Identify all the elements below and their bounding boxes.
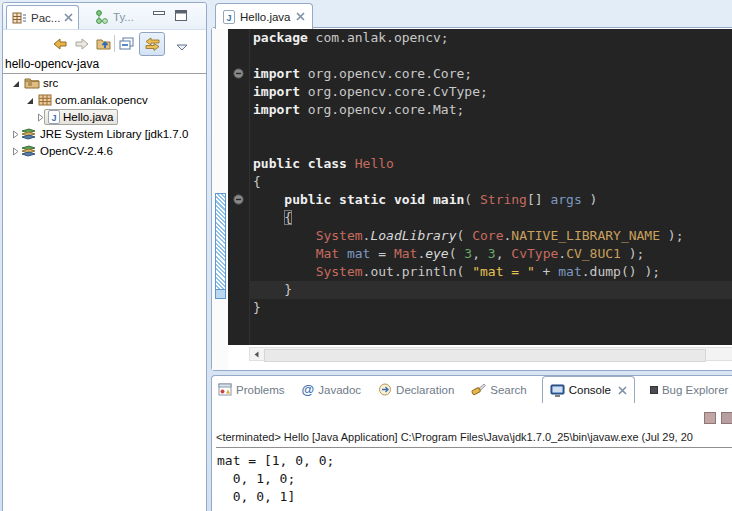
code-token: Hello (355, 156, 394, 171)
code-editor[interactable]: package com.anlak.opencv;import org.open… (228, 29, 732, 345)
tab-label: Javadoc (318, 384, 361, 396)
code-token: public static void main (284, 192, 464, 207)
svg-text:J: J (226, 12, 231, 22)
bug-square-icon (650, 386, 658, 394)
code-token (253, 192, 284, 207)
tab-type-hierarchy[interactable]: Ty... (95, 7, 134, 27)
code-line (253, 119, 732, 137)
scrollbar-thumb[interactable] (264, 349, 706, 362)
tree-item-hello.java[interactable]: JHello.java (3, 109, 206, 126)
horizontal-scrollbar[interactable] (249, 347, 732, 361)
annotation-gutter[interactable] (228, 29, 250, 345)
code-line: } (253, 299, 732, 317)
tree-item-com.anlak.opencv[interactable]: com.anlak.opencv (3, 92, 206, 109)
tree-item-inner[interactable]: src (21, 75, 61, 90)
tree-item-label: OpenCV-2.4.6 (40, 145, 113, 157)
tab-declaration[interactable]: Declaration (376, 377, 456, 403)
declaration-icon (378, 383, 392, 396)
tree-item-jre[interactable]: JRE System Library [jdk1.7.0 (3, 126, 206, 143)
code-token: + (535, 264, 558, 279)
code-line: System.out.println( "mat = " + mat.dump(… (253, 263, 732, 281)
code-token: import (253, 84, 300, 99)
code-line (253, 137, 732, 155)
code-token: , (496, 246, 512, 261)
link-with-editor-icon (144, 37, 161, 51)
tree-item-label: com.anlak.opencv (55, 94, 148, 106)
code-token: ( (457, 228, 473, 243)
fold-collapse-icon[interactable] (233, 68, 244, 79)
explorer-toolbar (3, 30, 206, 56)
editor-panel: package com.anlak.opencv;import org.open… (211, 27, 732, 371)
tab-label: Problems (236, 384, 285, 396)
maximize-button[interactable] (175, 10, 187, 21)
code-token: import (253, 102, 300, 117)
up-button[interactable] (95, 36, 112, 51)
tab-bug-explorer[interactable]: Bug Explorer (648, 377, 730, 403)
tab-problems[interactable]: Problems (216, 377, 287, 403)
tab-search[interactable]: Search (469, 377, 528, 403)
collapse-arrow-icon[interactable] (25, 96, 34, 105)
minimize-button[interactable] (153, 10, 165, 21)
tree-item-opencv-2.4.6[interactable]: OpenCV-2.4.6 (3, 143, 206, 160)
java-file-icon: J (48, 110, 60, 124)
toolbar-separator (114, 35, 115, 52)
code-token: .out.println( (363, 264, 473, 279)
search-icon (471, 383, 486, 397)
close-icon[interactable] (64, 13, 73, 22)
tree-item-inner[interactable]: JHello.java (44, 109, 118, 125)
console-toolbar-button[interactable] (704, 412, 716, 424)
fold-collapse-icon[interactable] (233, 194, 244, 205)
project-label[interactable]: hello-opencv-java (3, 57, 206, 73)
scroll-left-icon[interactable] (252, 350, 261, 359)
left-tabbar: Pac... Ty... (3, 3, 206, 30)
collapse-arrow-icon[interactable] (11, 79, 20, 88)
console-output[interactable]: mat = [1, 0, 0; 0, 1, 0; 0, 0, 1] (217, 452, 334, 506)
console-toolbar-button[interactable] (721, 412, 732, 424)
tab-label: Search (490, 384, 526, 396)
code-token: CvType (511, 246, 558, 261)
code-token: String (480, 192, 527, 207)
library-icon (20, 127, 37, 140)
code-line: public static void main( String[] args ) (253, 191, 732, 209)
code-token: } (253, 282, 292, 297)
code-token: { (253, 174, 261, 189)
code-token: import (253, 66, 300, 81)
forward-button[interactable] (73, 36, 90, 51)
problems-icon (218, 383, 232, 396)
svg-text:J: J (51, 113, 56, 123)
package-icon (38, 94, 52, 106)
tree-item-inner[interactable]: OpenCV-2.4.6 (17, 143, 116, 158)
editor-tab-hello-java[interactable]: J Hello.java (215, 3, 313, 29)
tab-package-explorer[interactable]: Pac... (6, 5, 79, 29)
back-button[interactable] (51, 36, 68, 51)
code-token (253, 264, 316, 279)
java-file-icon: J (223, 10, 235, 24)
tab-console[interactable]: Console (542, 376, 635, 403)
code-token: CV_8UC1 (566, 246, 621, 261)
code-line: public class Hello (253, 155, 732, 173)
divider (3, 73, 206, 74)
project-tree: srccom.anlak.opencvJHello.javaJRE System… (3, 75, 206, 511)
console-panel: Problems@JavadocDeclarationSearchConsole… (211, 375, 732, 511)
view-menu-button[interactable] (173, 40, 190, 55)
tab-javadoc[interactable]: @Javadoc (300, 377, 364, 403)
code-lines: package com.anlak.opencv;import org.open… (253, 29, 732, 317)
code-token: .dump() ); (582, 264, 660, 279)
tree-item-inner[interactable]: JRE System Library [jdk1.7.0 (17, 126, 191, 141)
console-output-line: mat = [1, 0, 0; (217, 452, 334, 470)
tree-item-src[interactable]: src (3, 75, 206, 92)
code-token: args (550, 192, 581, 207)
close-icon[interactable] (618, 386, 627, 395)
link-with-editor-button[interactable] (139, 32, 165, 56)
code-line: import org.opencv.core.CvType; (253, 83, 732, 101)
close-icon[interactable] (296, 12, 305, 21)
code-line: { (253, 209, 732, 227)
collapse-all-button[interactable] (118, 36, 135, 51)
tree-item-inner[interactable]: com.anlak.opencv (35, 92, 151, 107)
code-token: com.anlak.opencv; (308, 30, 449, 45)
code-token: LoadLibrary (370, 228, 456, 243)
code-line (253, 47, 732, 65)
overview-ruler[interactable] (212, 28, 228, 370)
code-token: } (253, 300, 261, 315)
code-token: System (316, 228, 363, 243)
